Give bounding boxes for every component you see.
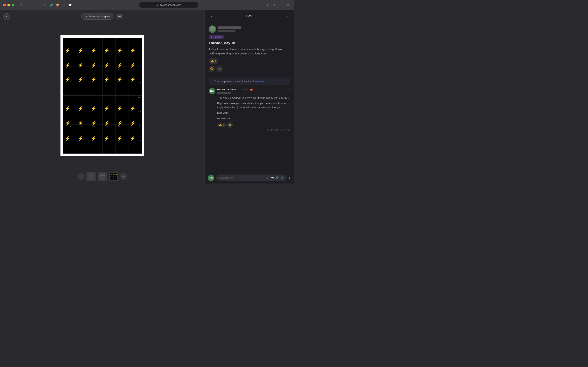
svg-text:⚡: ⚡ bbox=[65, 106, 71, 111]
post-title: Thread2, day 15 bbox=[209, 41, 290, 45]
svg-text:⚡: ⚡ bbox=[78, 106, 84, 111]
comment-emoji-button[interactable]: 😊 bbox=[227, 122, 233, 128]
portfolio-badge-text: Portfolio bbox=[214, 36, 222, 39]
thumbnail-bar: ‹ bbox=[74, 169, 131, 184]
link-icon[interactable]: 🔗 bbox=[275, 176, 279, 179]
author-avatar bbox=[209, 25, 216, 33]
comment-text-1: This was a good post to show your initia… bbox=[217, 96, 290, 100]
attachment-icon[interactable]: 📎 bbox=[280, 176, 284, 179]
comment-text-input[interactable] bbox=[219, 176, 265, 179]
svg-text:⚡: ⚡ bbox=[130, 120, 136, 126]
main-content: × ☁ Download Original 3/3 bbox=[0, 10, 294, 184]
svg-text:-100: -100 bbox=[92, 125, 95, 127]
tag-icon: 🏷 bbox=[218, 67, 221, 70]
svg-text:⚡: ⚡ bbox=[104, 48, 110, 53]
cloud-download-icon: ☁ bbox=[85, 15, 87, 18]
traffic-light-green[interactable] bbox=[12, 4, 14, 6]
comment-reaction-row: 👍 1 😊 bbox=[217, 122, 290, 128]
svg-text:⚡: ⚡ bbox=[65, 48, 71, 53]
like-button[interactable]: 👍 1 bbox=[209, 58, 218, 64]
svg-text:-200: -200 bbox=[81, 125, 83, 127]
svg-text:⚡: ⚡ bbox=[104, 136, 110, 141]
new-tab-icon[interactable]: + bbox=[278, 2, 284, 8]
svg-text:⚡: ⚡ bbox=[104, 106, 110, 111]
comment-input-box: 🎙 📷 🔗 📎 bbox=[216, 175, 286, 181]
post-author bbox=[209, 25, 290, 33]
svg-text:-300: -300 bbox=[70, 125, 72, 127]
svg-text:⚡: ⚡ bbox=[117, 62, 123, 68]
svg-text:300: 300 bbox=[130, 125, 132, 127]
comment-more-button[interactable]: ··· bbox=[288, 88, 290, 91]
ext-icon-5[interactable]: 💬 bbox=[67, 2, 73, 8]
download-original-button[interactable]: ☁ Download Original bbox=[81, 13, 113, 20]
post-body: Today, I made a plan and code a simple b… bbox=[209, 47, 290, 56]
emoji-action-button[interactable]: 😊 bbox=[209, 66, 215, 72]
toolbar-center: 🔒 ca.spacesedu.com bbox=[75, 2, 262, 8]
ext-icon-4[interactable]: 🛡 bbox=[61, 2, 67, 8]
svg-text:-300: -300 bbox=[138, 111, 141, 112]
comment-timestamp: Jan 18, 2023 at 3:58 PM bbox=[217, 129, 290, 131]
svg-text:⚡: ⚡ bbox=[65, 120, 71, 126]
more-options-button[interactable]: ··· bbox=[287, 67, 290, 71]
info-icon: ℹ bbox=[211, 80, 212, 83]
url-bar[interactable]: 🔒 ca.spacesedu.com bbox=[139, 2, 198, 8]
comment-like-count: 1 bbox=[223, 124, 224, 126]
share-icon-toolbar[interactable]: ⬆ bbox=[271, 2, 277, 8]
svg-text:⚡: ⚡ bbox=[78, 136, 84, 141]
svg-text:⚡: ⚡ bbox=[91, 106, 97, 111]
right-panel: ‹ Post › ⊞ Portfolio bbox=[205, 10, 294, 184]
image-container: 600 400 300 -300 -200 -100 100 200 300 -… bbox=[0, 22, 205, 169]
forward-icon[interactable]: › bbox=[32, 2, 38, 8]
svg-text:⚡: ⚡ bbox=[130, 136, 136, 141]
prev-thumbnail-button[interactable]: ‹ bbox=[78, 173, 84, 180]
ext-icon-2[interactable]: 🧪 bbox=[49, 2, 54, 8]
image-frame: 600 400 300 -300 -200 -100 100 200 300 -… bbox=[60, 35, 144, 156]
lock-icon: 🔒 bbox=[156, 4, 159, 6]
microphone-icon[interactable]: 🎙 bbox=[266, 176, 269, 179]
traffic-lights bbox=[3, 4, 14, 6]
comment-text-3: Nice work, bbox=[217, 111, 290, 115]
tag-action-button[interactable]: 🏷 bbox=[216, 66, 223, 72]
thumbnail-2[interactable] bbox=[98, 172, 107, 181]
svg-text:⚡: ⚡ bbox=[130, 48, 136, 53]
svg-text:⚡: ⚡ bbox=[91, 62, 97, 68]
ext-icon-1[interactable]: ⏱ bbox=[42, 2, 48, 8]
comment-text-2: Right away here you have shown that you … bbox=[217, 101, 290, 110]
teacher-emoji: 🍎 bbox=[250, 88, 253, 91]
next-thumbnail-button[interactable]: › bbox=[120, 173, 127, 180]
comment-emoji-icon: 😊 bbox=[228, 124, 232, 126]
svg-text:⚡: ⚡ bbox=[117, 136, 123, 141]
private-notice-text: This is a private comment section. Learn… bbox=[214, 80, 266, 83]
panel-prev-button[interactable]: ‹ bbox=[209, 13, 214, 19]
download-icon-toolbar[interactable]: ⬇ bbox=[264, 2, 270, 8]
page-counter: 3/3 bbox=[116, 14, 123, 19]
sidebar-toggle-icon[interactable]: ⊞ bbox=[18, 2, 24, 8]
post-body-line2: I will keep working on my poster using i… bbox=[209, 52, 267, 55]
panel-next-button[interactable]: › bbox=[284, 13, 290, 19]
svg-text:⚡: ⚡ bbox=[117, 120, 123, 126]
camera-icon[interactable]: 📷 bbox=[270, 176, 274, 179]
svg-text:⚡: ⚡ bbox=[78, 77, 84, 83]
author-avatar-image bbox=[209, 25, 216, 33]
blurred-commenter-name bbox=[217, 92, 231, 94]
svg-text:⚡: ⚡ bbox=[78, 62, 84, 68]
svg-text:⚡: ⚡ bbox=[91, 48, 97, 53]
traffic-light-yellow[interactable] bbox=[7, 4, 10, 6]
back-icon[interactable]: ‹ bbox=[25, 2, 31, 8]
ext-icon-3[interactable]: 📦 bbox=[55, 2, 60, 8]
svg-text:⚡: ⚡ bbox=[117, 48, 123, 53]
emoji-icon: 😊 bbox=[210, 67, 213, 70]
thumbnail-3-active[interactable]: ⚡ ⚡ ⚡ ⚡ bbox=[109, 172, 118, 181]
thumbnail-1[interactable] bbox=[86, 172, 96, 181]
traffic-light-red[interactable] bbox=[3, 4, 6, 6]
learn-more-link[interactable]: Learn more bbox=[253, 80, 266, 83]
tabs-icon[interactable]: ⧉ bbox=[286, 2, 291, 8]
send-comment-button[interactable]: ➤ bbox=[288, 176, 291, 180]
portfolio-badge[interactable]: ⊞ Portfolio bbox=[209, 35, 224, 39]
mac-toolbar: ⊞ ‹ › ⏱ 🧪 📦 🛡 💬 🔒 ca.spacesedu.com ⬇ ⬆ +… bbox=[0, 0, 294, 10]
extension-icons: ⏱ 🧪 📦 🛡 💬 bbox=[42, 2, 73, 8]
comment-like-button[interactable]: 👍 1 bbox=[217, 123, 226, 127]
svg-text:⚡: ⚡ bbox=[116, 173, 117, 175]
browser-nav-icons: ⊞ ‹ › bbox=[18, 2, 38, 8]
comment-section: RG Russell Gordon • Teacher 🍎 ··· bbox=[209, 88, 290, 131]
